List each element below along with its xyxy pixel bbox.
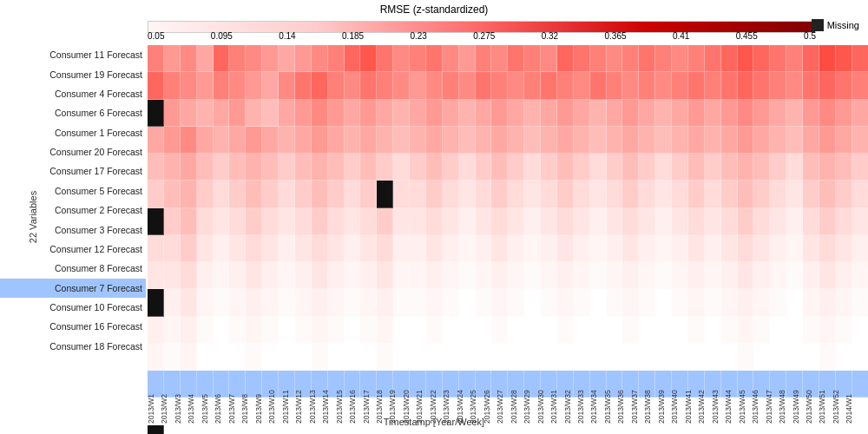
heatmap-cell[interactable] (426, 181, 443, 207)
heatmap-cell[interactable] (590, 208, 607, 235)
heatmap-cell[interactable] (197, 45, 214, 72)
heatmap-cell[interactable] (328, 289, 345, 316)
heatmap-cell[interactable] (148, 127, 164, 154)
heatmap-cell[interactable] (328, 208, 345, 235)
heatmap-cell[interactable] (328, 181, 345, 207)
heatmap-row[interactable] (148, 100, 868, 127)
heatmap-cell[interactable] (426, 235, 443, 262)
heatmap-cell[interactable] (148, 208, 164, 235)
heatmap-cell[interactable] (197, 127, 214, 154)
heatmap-cell[interactable] (738, 72, 754, 99)
heatmap-cell[interactable] (557, 127, 574, 154)
heatmap-cell[interactable] (655, 262, 672, 289)
heatmap-cell[interactable] (410, 181, 426, 207)
heatmap-cell[interactable] (476, 154, 492, 181)
heatmap-cell[interactable] (655, 154, 672, 181)
heatmap-cell[interactable] (328, 72, 345, 99)
heatmap-cell[interactable] (410, 72, 426, 99)
heatmap-cell[interactable] (524, 100, 541, 127)
heatmap-cell[interactable] (279, 317, 295, 344)
heatmap-row[interactable] (148, 208, 868, 235)
heatmap-cell[interactable] (246, 72, 262, 99)
heatmap-cell[interactable] (607, 289, 623, 316)
heatmap-cell[interactable] (246, 317, 262, 344)
heatmap-cell[interactable] (197, 154, 214, 181)
heatmap-cell[interactable] (393, 127, 410, 154)
heatmap-cell[interactable] (328, 45, 345, 72)
heatmap-cell[interactable] (443, 45, 459, 72)
heatmap-cell[interactable] (459, 72, 476, 99)
heatmap-cell[interactable] (738, 100, 754, 127)
heatmap-cell[interactable] (476, 127, 492, 154)
heatmap-cell[interactable] (262, 317, 279, 344)
heatmap-cell[interactable] (705, 289, 721, 316)
heatmap-cell[interactable] (459, 127, 476, 154)
heatmap-cell[interactable] (181, 235, 197, 262)
heatmap-row[interactable] (148, 127, 868, 154)
heatmap-cell[interactable] (541, 181, 557, 207)
heatmap-cell[interactable] (786, 181, 803, 207)
heatmap-cell[interactable] (803, 262, 819, 289)
heatmap-cell[interactable] (557, 72, 574, 99)
heatmap-cell[interactable] (557, 208, 574, 235)
heatmap-cell[interactable] (246, 127, 262, 154)
heatmap-cell[interactable] (607, 45, 623, 72)
heatmap-cell[interactable] (803, 45, 819, 72)
heatmap-cell[interactable] (181, 208, 197, 235)
heatmap-cell[interactable] (705, 181, 721, 207)
heatmap-cell[interactable] (607, 154, 623, 181)
heatmap-cell[interactable] (770, 100, 786, 127)
heatmap-cell[interactable] (295, 127, 312, 154)
heatmap-cell[interactable] (312, 100, 328, 127)
heatmap-cell[interactable] (721, 208, 738, 235)
heatmap-cell[interactable] (655, 45, 672, 72)
heatmap-cell[interactable] (491, 154, 508, 181)
heatmap-cell[interactable] (786, 127, 803, 154)
heatmap-cell[interactable] (721, 100, 738, 127)
heatmap-cell[interactable] (705, 262, 721, 289)
heatmap-cell[interactable] (181, 154, 197, 181)
heatmap-cell[interactable] (590, 100, 607, 127)
heatmap-cell[interactable] (262, 154, 279, 181)
heatmap-cell[interactable] (229, 154, 246, 181)
heatmap-cell[interactable] (246, 289, 262, 316)
heatmap-cell[interactable] (688, 45, 705, 72)
heatmap-cell[interactable] (541, 289, 557, 316)
heatmap-cell[interactable] (607, 235, 623, 262)
heatmap-cell[interactable] (557, 317, 574, 344)
heatmap-cell[interactable] (377, 45, 393, 72)
heatmap-cell[interactable] (524, 317, 541, 344)
heatmap-cell[interactable] (491, 181, 508, 207)
heatmap-cell[interactable] (786, 100, 803, 127)
heatmap-row[interactable] (148, 262, 868, 289)
heatmap-cell[interactable] (786, 262, 803, 289)
heatmap-cell[interactable] (360, 72, 377, 99)
heatmap-cell[interactable] (295, 262, 312, 289)
heatmap-cell[interactable] (590, 289, 607, 316)
heatmap-cell[interactable] (197, 317, 214, 344)
heatmap-cell[interactable] (214, 45, 230, 72)
heatmap-row[interactable] (148, 235, 868, 262)
heatmap-cell[interactable] (164, 45, 181, 72)
heatmap-cell[interactable] (426, 154, 443, 181)
heatmap-cell[interactable] (360, 181, 377, 207)
heatmap-cell[interactable] (803, 72, 819, 99)
heatmap-cell[interactable] (738, 289, 754, 316)
heatmap-cell[interactable] (688, 72, 705, 99)
heatmap-cell[interactable] (705, 72, 721, 99)
heatmap-cell[interactable] (590, 262, 607, 289)
heatmap-cell[interactable] (622, 317, 639, 344)
heatmap-cell[interactable] (803, 289, 819, 316)
heatmap-cell[interactable] (377, 289, 393, 316)
heatmap-cell[interactable] (508, 45, 524, 72)
heatmap-cell[interactable] (541, 72, 557, 99)
heatmap-cell[interactable] (410, 154, 426, 181)
heatmap-cell[interactable] (295, 181, 312, 207)
heatmap-cell[interactable] (279, 181, 295, 207)
heatmap-cell[interactable] (262, 289, 279, 316)
heatmap-cell[interactable] (655, 100, 672, 127)
heatmap-cell[interactable] (148, 235, 164, 262)
heatmap-cell[interactable] (705, 208, 721, 235)
heatmap-cell[interactable] (393, 317, 410, 344)
heatmap-cell[interactable] (622, 262, 639, 289)
